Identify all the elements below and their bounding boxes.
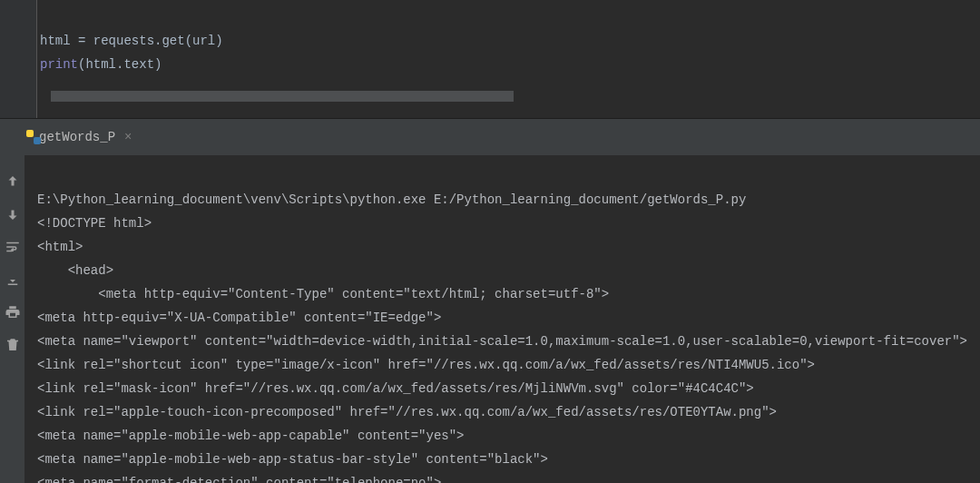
console-line: <meta name="viewport" content="width=dev…: [37, 334, 967, 349]
console-line: <meta http-equiv="X-UA-Compatible" conte…: [37, 310, 441, 325]
up-arrow-icon[interactable]: [5, 173, 21, 190]
print-icon[interactable]: [5, 304, 21, 320]
code-editor-pane: html = requests.get(url) print(html.text…: [0, 0, 980, 119]
wrap-text-icon[interactable]: [5, 239, 21, 255]
run-tab-getwords[interactable]: getWords_P ×: [24, 119, 141, 155]
console-line: <link rel="mask-icon" href="//res.wx.qq.…: [37, 381, 754, 396]
editor-horizontal-scrollbar[interactable]: [51, 91, 514, 102]
console-line: E:\Python_learning_document\venv\Scripts…: [37, 192, 746, 207]
editor-gutter: [0, 0, 37, 118]
console-output[interactable]: E:\Python_learning_document\venv\Scripts…: [24, 155, 980, 483]
console-line: <meta name="apple-mobile-web-app-status-…: [37, 452, 548, 467]
run-body: getWords_P × E:\Python_learning_document…: [24, 119, 980, 483]
code-content[interactable]: html = requests.get(url) print(html.text…: [40, 5, 223, 100]
down-arrow-icon[interactable]: [5, 206, 21, 222]
download-icon[interactable]: [5, 271, 21, 288]
console-line: <meta name="format-detection" content="t…: [37, 476, 441, 483]
trash-icon[interactable]: [5, 337, 21, 353]
code-line-2: print(html.text): [40, 57, 162, 72]
console-line: <link rel="shortcut icon" type="image/x-…: [37, 358, 815, 372]
console-line: <link rel="apple-touch-icon-precomposed"…: [37, 405, 777, 419]
close-icon[interactable]: ×: [124, 130, 132, 144]
console-line: <html>: [37, 240, 83, 254]
console-line: <meta name="apple-mobile-web-app-capable…: [37, 429, 464, 443]
run-toolbar: [0, 119, 24, 483]
run-tab-bar: getWords_P ×: [24, 119, 980, 155]
run-tool-window: getWords_P × E:\Python_learning_document…: [0, 119, 980, 483]
console-line: <head>: [37, 263, 113, 278]
code-line-1: html = requests.get(url): [40, 34, 223, 48]
run-tab-label: getWords_P: [39, 130, 115, 144]
console-line: <meta http-equiv="Content-Type" content=…: [37, 287, 609, 301]
console-line: <!DOCTYPE html>: [37, 216, 152, 231]
